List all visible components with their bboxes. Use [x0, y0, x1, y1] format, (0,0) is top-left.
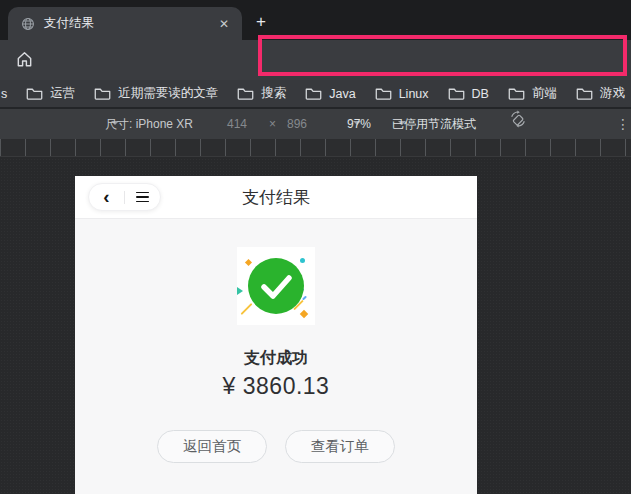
throttling-select[interactable]: 已停用节流模式 [392, 109, 406, 139]
action-button-row: 返回首页 查看订单 [75, 430, 477, 463]
success-illustration [237, 247, 315, 325]
bookmark-label: DB [472, 87, 489, 101]
bookmarks-bar: s 运营 近期需要读的文章 搜索 Java Linux DB 前端 [0, 80, 631, 107]
device-ruler [0, 139, 631, 157]
bookmark-folder[interactable]: DB [448, 87, 489, 101]
tab-strip: 支付结果 ✕ + [0, 0, 631, 40]
menu-button[interactable] [125, 184, 160, 210]
payment-status-text: 支付成功 [75, 348, 477, 369]
viewport-height-input[interactable]: 896 [287, 109, 307, 139]
viewport-width-input[interactable]: 414 [227, 109, 247, 139]
menu-icon [136, 192, 149, 203]
bookmark-label: 搜索 [261, 85, 286, 102]
bookmark-folder[interactable]: 游戏 [576, 85, 625, 102]
zoom-select[interactable]: 97% [347, 109, 361, 139]
home-icon[interactable] [15, 50, 34, 73]
success-check-icon [248, 258, 304, 314]
bookmark-label: 近期需要读的文章 [118, 85, 218, 102]
bookmark-label: Java [329, 87, 355, 101]
bookmark-folder[interactable]: 前端 [508, 85, 557, 102]
view-order-button[interactable]: 查看订单 [285, 430, 395, 463]
tab-close-icon[interactable]: ✕ [219, 17, 229, 31]
device-select[interactable]: 尺寸: iPhone XR [105, 109, 119, 139]
back-button[interactable]: ‹ [89, 184, 124, 210]
back-chevron-icon: ‹ [103, 187, 109, 206]
devtools-device-toolbar: 尺寸: iPhone XR 414 × 896 97% 已停用节流模式 ⋮ [0, 107, 631, 139]
rotate-device-icon[interactable] [509, 109, 527, 139]
bookmark-label: 运营 [50, 85, 75, 102]
navbar-capsule: ‹ [88, 183, 161, 211]
bookmark-folder[interactable]: 运营 [26, 85, 75, 102]
tab-title: 支付结果 [44, 15, 219, 32]
browser-tab[interactable]: 支付结果 ✕ [8, 7, 242, 40]
devtools-menu-icon[interactable]: ⋮ [616, 109, 630, 139]
back-home-button[interactable]: 返回首页 [157, 430, 267, 463]
mobile-navbar: 支付结果 ‹ [75, 176, 477, 219]
payment-amount: ¥ 3860.13 [75, 373, 477, 400]
bookmark-item-clipped[interactable]: s [1, 87, 7, 101]
globe-icon [21, 17, 35, 31]
confetti-triangle [237, 287, 243, 295]
browser-window: 支付结果 ✕ + 127.0.0.1:3000/#/pages/pay/resu… [0, 0, 631, 494]
bookmark-folder[interactable]: 搜索 [237, 85, 286, 102]
new-tab-button[interactable]: + [249, 10, 273, 34]
dimension-separator: × [269, 109, 276, 139]
bookmark-label: Linux [399, 87, 429, 101]
bookmark-folder[interactable]: 近期需要读的文章 [94, 85, 218, 102]
mobile-viewport: 支付结果 ‹ [75, 176, 477, 494]
bookmark-label: 前端 [532, 85, 557, 102]
bookmark-folder[interactable]: Java [305, 87, 355, 101]
bookmark-folder[interactable]: Linux [375, 87, 429, 101]
bookmark-label: 游戏 [600, 85, 625, 102]
browser-toolbar: 127.0.0.1:3000/#/pages/pay/result?id=403… [0, 40, 631, 80]
